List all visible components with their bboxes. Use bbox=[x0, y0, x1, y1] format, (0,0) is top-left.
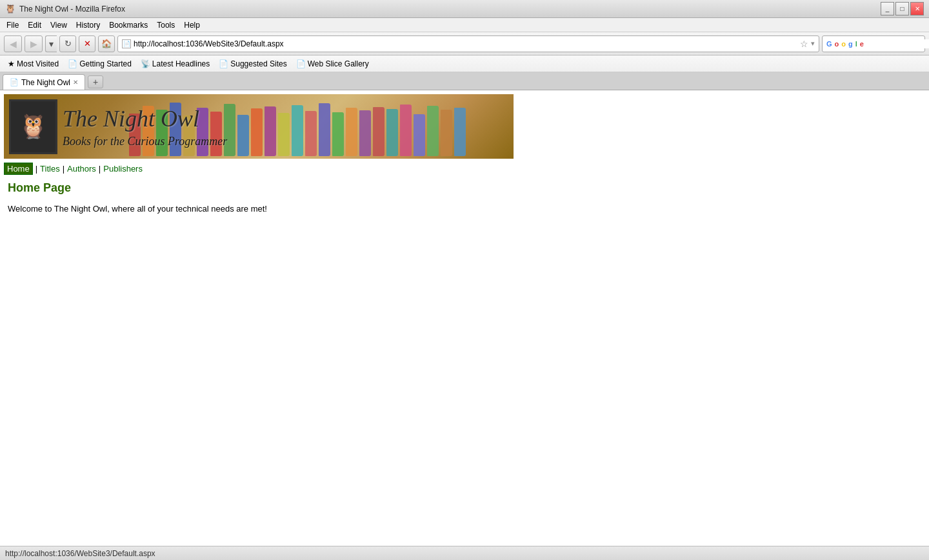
menu-history[interactable]: History bbox=[72, 19, 104, 31]
site-nav: Home | Titles | Authors | Publishers bbox=[4, 163, 929, 175]
bookmark-latest-headlines[interactable]: 📡 Latest Headlines bbox=[137, 58, 214, 70]
owl-logo-box: 🦉 bbox=[9, 99, 57, 154]
site-main-content: Home Page Welcome to The Night Owl, wher… bbox=[0, 175, 929, 222]
new-tab-button[interactable]: + bbox=[88, 75, 103, 88]
browser-content: 🦉 The Night Owl Books for the Curious Pr… bbox=[0, 90, 929, 546]
suggested-sites-icon: 📄 bbox=[219, 59, 228, 68]
search-engine-label5: l bbox=[855, 40, 857, 48]
forward-button[interactable]: ▶ bbox=[25, 35, 43, 52]
tab-bar: 📄 The Night Owl ✕ + bbox=[0, 72, 929, 90]
nav-publishers-link[interactable]: Publishers bbox=[103, 164, 143, 174]
tab-favicon-icon: 📄 bbox=[10, 78, 19, 86]
bookmarks-bar: ★ Most Visited 📄 Getting Started 📡 Lates… bbox=[0, 55, 929, 72]
maximize-button[interactable]: □ bbox=[895, 2, 909, 15]
bookmark-star-icon[interactable]: ☆ bbox=[800, 39, 808, 49]
bookmark-most-visited[interactable]: ★ Most Visited bbox=[4, 58, 63, 70]
close-button[interactable]: ✕ bbox=[910, 2, 924, 15]
body-text: Welcome to The Night Owl, where all of y… bbox=[8, 203, 921, 215]
address-dropdown-icon[interactable]: ▾ bbox=[811, 39, 815, 48]
search-input[interactable] bbox=[866, 39, 929, 48]
nav-home-link[interactable]: Home bbox=[4, 163, 33, 175]
most-visited-icon: ★ bbox=[8, 59, 15, 68]
nav-sep-1: | bbox=[35, 164, 37, 174]
site-subtitle: Books for the Curious Programmer bbox=[63, 135, 514, 148]
menu-tools[interactable]: Tools bbox=[153, 19, 179, 31]
address-bar-container: 📄 ☆ ▾ bbox=[117, 35, 819, 52]
site-title: The Night Owl bbox=[63, 105, 514, 132]
owl-icon: 🦉 bbox=[19, 113, 48, 140]
page-heading: Home Page bbox=[8, 181, 921, 195]
latest-headlines-icon: 📡 bbox=[141, 59, 150, 68]
tab-label: The Night Owl bbox=[21, 78, 70, 87]
search-engine-label: G bbox=[826, 40, 832, 48]
tab-close-icon[interactable]: ✕ bbox=[73, 79, 78, 86]
window-favicon-icon: 🦉 bbox=[5, 4, 15, 14]
nav-authors-link[interactable]: Authors bbox=[67, 164, 96, 174]
active-tab[interactable]: 📄 The Night Owl ✕ bbox=[3, 74, 85, 90]
search-engine-label4: g bbox=[848, 40, 853, 48]
stop-button[interactable]: ✕ bbox=[79, 35, 95, 52]
window-title-bar: 🦉 The Night Owl - Mozilla Firefox _ □ ✕ bbox=[0, 0, 929, 18]
window-controls: _ □ ✕ bbox=[881, 2, 924, 15]
bookmark-suggested-sites[interactable]: 📄 Suggested Sites bbox=[215, 58, 290, 70]
nav-sep-3: | bbox=[99, 164, 101, 174]
bookmark-web-slice-gallery[interactable]: 📄 Web Slice Gallery bbox=[292, 58, 373, 70]
menu-view[interactable]: View bbox=[46, 19, 71, 31]
window-title-text: The Night Owl - Mozilla Firefox bbox=[19, 5, 125, 14]
nav-titles-link[interactable]: Titles bbox=[40, 164, 60, 174]
menu-help[interactable]: Help bbox=[180, 19, 204, 31]
back-dropdown-button[interactable]: ▾ bbox=[45, 35, 57, 52]
web-slice-gallery-icon: 📄 bbox=[296, 59, 306, 68]
nav-sep-2: | bbox=[63, 164, 65, 174]
home-button[interactable]: 🏠 bbox=[98, 35, 115, 52]
site-title-area: The Night Owl Books for the Curious Prog… bbox=[63, 105, 514, 148]
menu-file[interactable]: File bbox=[3, 19, 23, 31]
page-favicon-icon: 📄 bbox=[122, 39, 131, 48]
nav-bar: ◀ ▶ ▾ ↻ ✕ 🏠 📄 ☆ ▾ G o o g l e 🔍 bbox=[0, 32, 929, 55]
menu-bar: File Edit View History Bookmarks Tools H… bbox=[0, 18, 929, 32]
search-container: G o o g l e 🔍 bbox=[822, 35, 925, 52]
menu-edit[interactable]: Edit bbox=[24, 19, 45, 31]
search-engine-label2: o bbox=[835, 40, 839, 48]
refresh-button[interactable]: ↻ bbox=[59, 35, 76, 52]
search-engine-label3: o bbox=[841, 40, 846, 48]
bookmark-getting-started[interactable]: 📄 Getting Started bbox=[64, 58, 135, 70]
getting-started-icon: 📄 bbox=[68, 59, 77, 68]
site-banner: 🦉 The Night Owl Books for the Curious Pr… bbox=[4, 94, 514, 159]
address-input[interactable] bbox=[134, 39, 797, 48]
minimize-button[interactable]: _ bbox=[881, 2, 894, 15]
search-engine-label6: e bbox=[860, 40, 864, 48]
menu-bookmarks[interactable]: Bookmarks bbox=[105, 19, 152, 31]
back-button[interactable]: ◀ bbox=[4, 35, 22, 52]
